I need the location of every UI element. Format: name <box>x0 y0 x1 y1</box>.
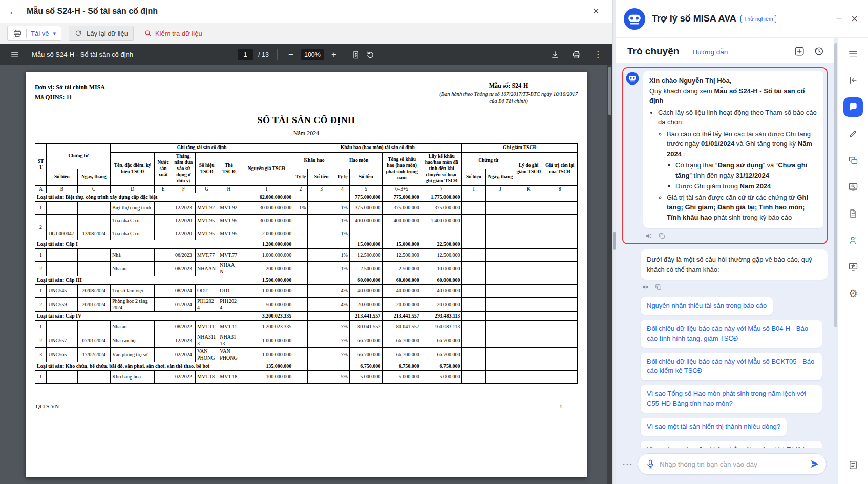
chat-icon[interactable] <box>843 97 863 117</box>
chat-scrollbar[interactable] <box>834 38 838 484</box>
cell: 1.775.000.000 <box>421 193 462 202</box>
back-button[interactable]: ← <box>8 6 18 16</box>
cell <box>542 215 578 227</box>
screen-search-icon[interactable] <box>843 177 863 197</box>
cell <box>515 202 542 215</box>
cell: 08/2022 <box>172 321 195 333</box>
cell <box>335 362 349 371</box>
asset-category-row: Loại tài sản: Biệt thự, công trình xây d… <box>35 193 578 202</box>
collapse-panel-icon[interactable] <box>843 71 863 90</box>
close-assistant-button[interactable]: × <box>851 13 858 25</box>
chat-input[interactable] <box>660 460 806 468</box>
copy-icon[interactable] <box>658 232 666 240</box>
cell <box>77 371 110 384</box>
column-letter: 7 <box>421 185 462 193</box>
more-actions-icon[interactable]: ⋮ <box>594 49 602 60</box>
pdf-scrollbar-thumb[interactable] <box>608 67 611 115</box>
close-report-button[interactable]: × <box>592 6 599 17</box>
resize-grip-icon[interactable] <box>613 232 616 250</box>
cell <box>515 249 542 262</box>
asset-row: 2UNC55707/01/2024Nhà cán bộ12/2023NHA311… <box>35 333 578 348</box>
asset-row: 2UNC55920/01/2024Phòng học 2 tầng 202401… <box>35 298 578 312</box>
menu-icon[interactable] <box>843 44 863 64</box>
screen-share-icon[interactable] <box>843 257 863 277</box>
asset-row: 1Biệt thự công trình12/2023MVT.92MVT.923… <box>35 202 578 215</box>
panel-resizer[interactable] <box>612 0 616 484</box>
download-icon[interactable] <box>551 50 560 59</box>
col-header-ty-le-kh: Tỷ lệ <box>293 169 308 185</box>
col-header-gia-tri-con-lai: Giá trị còn lại của TSCĐ <box>542 153 578 185</box>
cell: Nhà ăn <box>110 321 155 333</box>
menu-icon[interactable] <box>10 50 19 59</box>
pdf-viewer[interactable]: Đơn vị: Sở tài chính MISA Mã QHNS: 11 Mẫ… <box>0 65 612 484</box>
zoom-in-button[interactable]: + <box>329 50 339 60</box>
rotate-icon[interactable] <box>366 50 375 59</box>
document-icon[interactable] <box>843 204 863 223</box>
cell <box>155 371 172 384</box>
cell: Trụ sở làm việc <box>110 285 155 298</box>
cell: 13/08/2024 <box>77 227 110 240</box>
download-button[interactable]: Tải về ▾ <box>7 26 61 41</box>
chat-input-pill <box>638 453 827 475</box>
cell <box>542 312 578 321</box>
cell <box>515 240 542 249</box>
cell: MVT.77 <box>218 249 240 262</box>
cell <box>155 202 172 215</box>
suggested-question[interactable]: Vì sao Tổng số Hao mòn phát sinh trong n… <box>641 385 822 413</box>
fit-page-icon[interactable] <box>351 50 361 59</box>
history-icon[interactable] <box>813 46 824 57</box>
read-aloud-icon[interactable] <box>645 232 653 240</box>
suggested-question[interactable]: Vì sao hao mòn năm không bằng Nguyên giá… <box>641 441 822 448</box>
cell <box>308 298 335 312</box>
microphone-icon[interactable] <box>645 459 655 469</box>
page-number-input[interactable]: 1 <box>238 49 253 60</box>
column-letter: D <box>110 185 155 193</box>
pdf-toolbar: Mẫu số S24-H - Sổ tài sản cố định 1 / 13… <box>0 44 612 65</box>
cell <box>462 202 485 215</box>
footer-page-number: 1 <box>560 403 563 409</box>
cell <box>308 321 335 333</box>
cell: 07/01/2024 <box>77 333 110 348</box>
cell: 40.000.000 <box>421 285 462 298</box>
cell: 66.700.000 <box>421 333 462 348</box>
pdf-scrollbar[interactable] <box>607 65 612 484</box>
notes-icon[interactable] <box>843 455 863 475</box>
new-chat-icon[interactable] <box>794 46 805 57</box>
send-icon[interactable] <box>810 459 820 469</box>
reload-data-button[interactable]: Lấy lại dữ liệu <box>69 26 134 41</box>
zoom-out-button[interactable]: − <box>286 50 296 60</box>
cell: 1% <box>293 202 308 215</box>
pdf-title: Mẫu số S24-H - Sổ tài sản cố định <box>32 51 133 58</box>
chat-scrollbar-thumb[interactable] <box>834 43 837 327</box>
minimize-button[interactable]: − <box>836 14 842 24</box>
cell <box>485 276 515 285</box>
cell: 2 <box>35 215 47 240</box>
tab-guide-link[interactable]: Hướng dẫn <box>692 48 728 56</box>
suggested-question[interactable]: Vì sao một tài sản hiển thị thành nhiều … <box>641 418 787 436</box>
more-options-button[interactable]: ⋯ <box>622 459 632 469</box>
cell <box>47 371 77 384</box>
dual-windows-icon[interactable] <box>843 151 863 170</box>
cell: 375.000.000 <box>383 202 421 215</box>
cell <box>515 371 542 384</box>
cell <box>485 202 515 215</box>
cell: 1 <box>35 202 47 215</box>
suggested-question[interactable]: Đối chiếu dữ liệu báo cáo này với Mẫu số… <box>641 353 822 381</box>
read-aloud-icon[interactable] <box>642 283 649 291</box>
asset-table: STT Chứng từ Ghi tăng tài sản cố định Kh… <box>35 143 578 384</box>
cell <box>542 227 578 240</box>
suggested-question[interactable]: Nguyên nhân thiếu tài sản trong báo cáo <box>641 297 773 315</box>
compose-icon[interactable] <box>843 124 863 143</box>
assistant-avatar <box>623 8 646 30</box>
category-label: Loại tài sản: Cấp III <box>35 276 240 285</box>
cell <box>462 262 485 276</box>
cell: 1.500.000.000 <box>240 276 293 285</box>
gear-icon[interactable]: ⚙ <box>843 284 863 303</box>
check-data-button[interactable]: Kiểm tra dữ liệu <box>144 29 202 37</box>
print-icon[interactable] <box>572 50 581 59</box>
cell: 7% <box>335 348 349 362</box>
tab-chat[interactable]: Trò chuyện <box>627 46 679 57</box>
copy-icon[interactable] <box>654 283 662 291</box>
suggested-question[interactable]: Đối chiếu dữ liệu báo cáo này với Mẫu số… <box>641 320 822 348</box>
assistant-user-icon[interactable] <box>843 230 863 250</box>
